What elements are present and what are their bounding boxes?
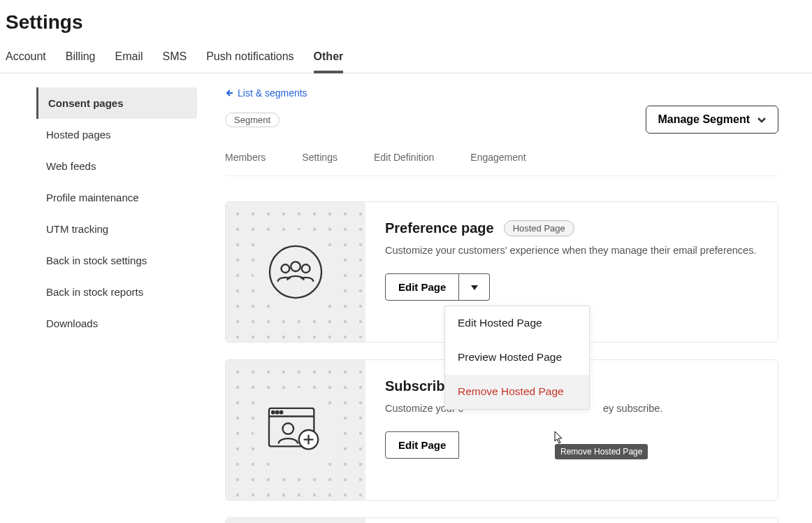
manage-segment-label: Manage Segment (658, 113, 750, 126)
sidebar: Consent pages Hosted pages Web feeds Pro… (0, 87, 197, 523)
preference-page-card: Preference page Hosted Page Customize yo… (225, 201, 778, 343)
sidebar-item-consent-pages[interactable]: Consent pages (36, 87, 197, 119)
top-tabs: Account Billing Email SMS Push notificat… (0, 45, 812, 73)
people-icon (268, 245, 323, 299)
chevron-down-icon (757, 115, 767, 124)
sidebar-item-utm-tracking[interactable]: UTM tracking (36, 213, 197, 245)
svg-point-3 (302, 264, 310, 273)
sub-tab-settings[interactable]: Settings (302, 152, 338, 163)
edit-page-dropdown: Edit Hosted Page Preview Hosted Page Rem… (444, 306, 590, 410)
sidebar-item-back-in-stock-reports[interactable]: Back in stock reports (36, 276, 197, 308)
cursor-icon (551, 430, 564, 445)
card-icon-area (226, 360, 365, 500)
svg-point-9 (282, 423, 293, 434)
edit-page-button[interactable]: Edit Page (385, 273, 459, 301)
sub-tab-engagement[interactable]: Engagement (470, 152, 525, 163)
manage-segment-button[interactable]: Manage Segment (646, 106, 778, 134)
card-title: Preference page (385, 220, 494, 236)
hosted-page-badge: Hosted Page (504, 220, 574, 236)
edit-page-button[interactable]: Edit Page (385, 431, 459, 459)
svg-point-7 (276, 411, 279, 414)
tab-push[interactable]: Push notifications (206, 45, 293, 73)
back-link-label: List & segments (238, 87, 307, 99)
card-icon-area (226, 518, 365, 523)
sidebar-item-web-feeds[interactable]: Web feeds (36, 150, 197, 182)
sidebar-item-hosted-pages[interactable]: Hosted pages (36, 119, 197, 150)
sidebar-item-downloads[interactable]: Downloads (36, 308, 197, 339)
dropdown-item-remove-hosted[interactable]: Remove Hosted Page (445, 375, 589, 409)
tab-email[interactable]: Email (115, 45, 143, 73)
svg-point-10 (299, 430, 318, 449)
sub-tab-edit-definition[interactable]: Edit Definition (374, 152, 434, 163)
sidebar-item-profile-maintenance[interactable]: Profile maintenance (36, 182, 197, 213)
svg-point-1 (291, 262, 300, 271)
browser-person-plus-icon (264, 403, 327, 457)
svg-point-8 (280, 411, 283, 414)
partial-card (225, 517, 778, 523)
arrow-left-icon (225, 89, 233, 97)
svg-rect-4 (269, 408, 314, 447)
edit-page-caret-button[interactable] (459, 273, 490, 301)
sidebar-item-back-in-stock-settings[interactable]: Back in stock settings (36, 245, 197, 276)
tab-other[interactable]: Other (314, 45, 344, 73)
sub-tab-members[interactable]: Members (225, 152, 266, 163)
dropdown-item-preview-hosted[interactable]: Preview Hosted Page (445, 341, 589, 375)
back-link[interactable]: List & segments (225, 87, 307, 99)
svg-point-0 (270, 246, 321, 298)
segment-badge: Segment (225, 113, 280, 127)
tab-billing[interactable]: Billing (66, 45, 96, 73)
svg-point-2 (282, 264, 290, 273)
dropdown-item-edit-hosted[interactable]: Edit Hosted Page (445, 306, 589, 341)
svg-point-6 (272, 411, 275, 414)
sub-tabs: Members Settings Edit Definition Engagem… (225, 148, 778, 176)
caret-down-icon (470, 282, 479, 292)
tooltip: Remove Hosted Page (555, 444, 648, 459)
tab-sms[interactable]: SMS (163, 45, 187, 73)
card-icon-area (226, 202, 365, 342)
tab-account[interactable]: Account (6, 45, 46, 73)
page-title: Settings (0, 0, 812, 45)
card-description: Customize your customers' experience whe… (385, 243, 758, 258)
